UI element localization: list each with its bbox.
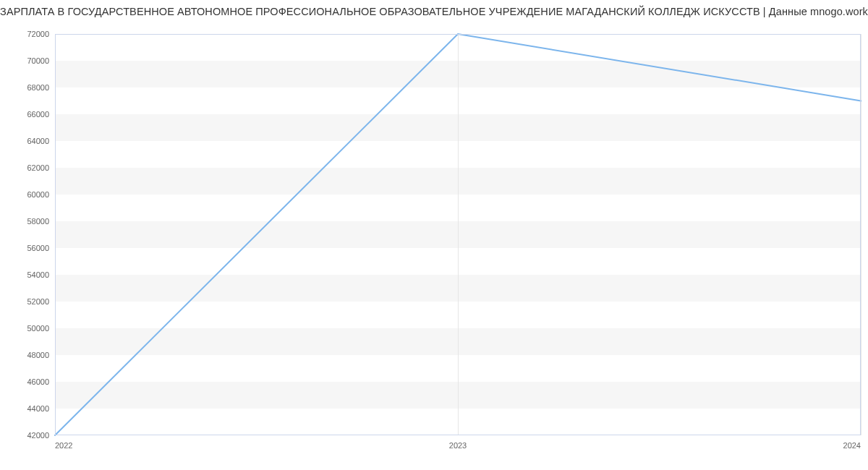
x-tick-label: 2024 (843, 441, 861, 450)
y-tick-label: 64000 (27, 137, 49, 145)
y-tick-label: 42000 (27, 431, 49, 440)
y-tick-label: 58000 (27, 217, 49, 226)
y-tick-label: 54000 (27, 270, 49, 279)
y-tick-label: 70000 (27, 56, 49, 65)
y-tick-label: 62000 (27, 163, 49, 172)
y-tick-label: 72000 (27, 30, 49, 38)
y-tick-label: 48000 (27, 351, 49, 359)
chart-container: ЗАРПЛАТА В ГОСУДАРСТВЕННОЕ АВТОНОМНОЕ ПР… (0, 0, 868, 470)
y-tick-label: 56000 (27, 244, 49, 252)
plot-area: 4200044000460004800050000520005400056000… (55, 34, 861, 435)
chart-title: ЗАРПЛАТА В ГОСУДАРСТВЕННОЕ АВТОНОМНОЕ ПР… (0, 6, 868, 17)
x-tick-label: 2023 (449, 441, 467, 450)
y-tick-label: 52000 (27, 297, 49, 306)
y-tick-label: 44000 (27, 404, 49, 413)
y-tick-label: 46000 (27, 377, 49, 386)
y-tick-label: 66000 (27, 110, 49, 119)
grid-line-x (861, 34, 861, 435)
x-tick-label: 2022 (55, 441, 72, 450)
y-tick-label: 68000 (27, 83, 49, 92)
y-tick-label: 50000 (27, 324, 49, 333)
y-tick-label: 60000 (27, 190, 49, 199)
line-series (55, 34, 861, 435)
